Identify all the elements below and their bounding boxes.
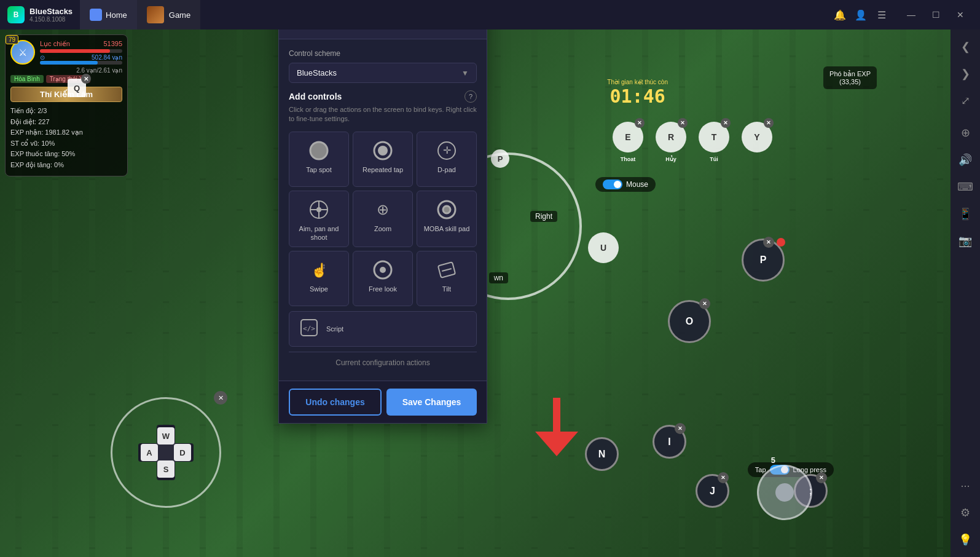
window-controls: — ☐ ✕ [896, 5, 970, 25]
tap-spot-label: Tap spot [306, 165, 332, 174]
swipe-icon: ☝ ↕ [308, 259, 330, 281]
game-avatar [147, 6, 164, 23]
top-bar: B BlueStacks 4.150.8.1008 Home Game 🔔 👤 … [0, 0, 980, 30]
moba-skill-pad-icon [436, 199, 458, 221]
repeated-tap-icon [372, 140, 394, 162]
d-pad-icon: ✛ [436, 140, 458, 162]
control-aim-pan-shoot[interactable]: Aim, pan and shoot [289, 191, 349, 248]
key-w[interactable]: W [157, 427, 174, 444]
free-look-icon [372, 259, 394, 281]
script-icon: </> [299, 318, 319, 340]
svg-point-10 [378, 146, 388, 156]
svg-point-23 [380, 267, 386, 273]
key-a[interactable]: A [141, 444, 158, 461]
add-controls-header: Add controls ? [289, 90, 477, 103]
top-right-icons: 🔔 👤 ☰ — ☐ ✕ [834, 5, 980, 25]
control-free-look[interactable]: Free look [353, 251, 413, 306]
zoom-label: Zoom [374, 224, 391, 233]
mouse-label: Mouse [626, 180, 648, 189]
sidebar-camera-icon[interactable]: 📷 [953, 229, 978, 253]
bluestacks-logo: B BlueStacks 4.150.8.1008 [0, 6, 80, 23]
right-sidebar: ❮ ❯ ⤢ ⊕ 🔊 ⌨ 📱 📷 ··· ⚙ 💡 [951, 30, 980, 557]
svg-text:</>: </> [303, 325, 315, 333]
free-look-label: Free look [369, 285, 397, 293]
wasd-cross: W S A D [138, 425, 194, 480]
save-changes-button[interactable]: Save Changes [386, 389, 477, 416]
wasd-control[interactable]: ✕ W S A D [111, 397, 221, 508]
current-config-section: Current configuration actions [289, 352, 477, 371]
sidebar-brightness-icon[interactable]: 💡 [953, 527, 978, 552]
control-swipe[interactable]: ☝ ↕ Swipe [289, 251, 349, 306]
control-repeated-tap[interactable]: Repeated tap [353, 132, 413, 187]
svg-text:⊕: ⊕ [377, 201, 389, 218]
game-tab-label: Game [169, 10, 190, 20]
sidebar-back-icon[interactable]: ❮ [953, 34, 978, 59]
svg-text:↕: ↕ [322, 262, 326, 271]
control-script[interactable]: </> Script [289, 311, 477, 347]
help-icon[interactable]: ? [465, 90, 477, 103]
q-close[interactable]: ✕ [81, 74, 91, 84]
svg-point-19 [443, 206, 450, 213]
d-pad-label: D-pad [437, 165, 456, 174]
moba-skill-pad-label: MOBA skill pad [424, 224, 470, 233]
swipe-label: Swipe [310, 285, 328, 293]
tab-home[interactable]: Home [80, 0, 137, 30]
home-tab-label: Home [106, 10, 127, 20]
control-tap-spot[interactable]: Tap spot [289, 132, 349, 187]
sidebar-fullscreen-icon[interactable]: ⤢ [953, 89, 978, 113]
sidebar-keyboard-icon[interactable]: ⌨ [953, 175, 978, 199]
control-moba-skill-pad[interactable]: MOBA skill pad [417, 191, 477, 248]
add-controls-title: Add controls [289, 92, 342, 101]
zoom-icon: ⊕ [372, 199, 394, 221]
aim-pan-shoot-label: Aim, pan and shoot [294, 224, 343, 242]
controls-grid: Tap spot Repeated tap ✛ [289, 132, 477, 307]
app-version: 4.150.8.1008 [29, 16, 73, 23]
svg-point-8 [310, 142, 327, 159]
maximize-button[interactable]: ☐ [926, 5, 946, 25]
modal-footer: Undo changes Save Changes [279, 381, 487, 423]
undo-changes-button[interactable]: Undo changes [289, 389, 382, 416]
sidebar-phone-icon[interactable]: 📱 [953, 202, 978, 226]
add-controls-desc: Click or drag the actions on the screen … [289, 105, 477, 124]
script-label: Script [326, 325, 343, 333]
tab-game[interactable]: Game [137, 0, 200, 30]
q-key[interactable]: Q ✕ [68, 79, 86, 97]
person-icon[interactable]: 👤 [855, 9, 867, 21]
sidebar-more-icon[interactable]: ··· [953, 473, 978, 498]
advanced-controls-modal: Advanced game controls ⬇ ⬆ 📁 ✕ Control s… [278, 0, 487, 424]
control-zoom[interactable]: ⊕ Zoom [353, 191, 413, 248]
home-tab-icon [90, 9, 102, 21]
tilt-label: Tilt [442, 285, 451, 293]
control-tilt[interactable]: Tilt [417, 251, 477, 306]
tap-spot-icon [308, 140, 330, 162]
mouse-toggle[interactable]: Mouse [595, 177, 656, 192]
sidebar-crosshair-icon[interactable]: ⊕ [953, 120, 978, 145]
bell-icon[interactable]: 🔔 [834, 9, 846, 21]
control-d-pad[interactable]: ✛ D-pad [417, 132, 477, 187]
close-button[interactable]: ✕ [951, 5, 970, 25]
svg-text:✛: ✛ [443, 145, 451, 156]
dropdown-arrow-icon: ▼ [461, 69, 469, 77]
repeated-tap-label: Repeated tap [363, 165, 403, 174]
control-scheme-label: Control scheme [289, 49, 477, 58]
current-config-label: Current configuration actions [335, 358, 429, 367]
sidebar-settings-icon[interactable]: ⚙ [953, 500, 978, 525]
key-d[interactable]: D [174, 444, 191, 461]
svg-point-16 [316, 207, 321, 212]
wasd-circle: W S A D [111, 397, 221, 508]
menu-icon[interactable]: ☰ [876, 9, 888, 21]
sidebar-volume-icon[interactable]: 🔊 [953, 148, 978, 172]
key-s[interactable]: S [157, 460, 174, 478]
scheme-dropdown[interactable]: BlueStacks ▼ [289, 63, 477, 83]
modal-body: Control scheme BlueStacks ▼ Add controls… [279, 39, 487, 381]
mouse-toggle-switch[interactable] [603, 180, 622, 189]
aim-pan-shoot-icon [308, 199, 330, 221]
app-name: BlueStacks [29, 7, 73, 16]
scheme-value: BlueStacks [297, 68, 337, 77]
tilt-icon [436, 259, 458, 281]
svg-line-25 [442, 269, 451, 271]
logo-icon: B [7, 6, 25, 23]
sidebar-forward-icon[interactable]: ❯ [953, 61, 978, 86]
wasd-close[interactable]: ✕ [214, 391, 227, 405]
minimize-button[interactable]: — [901, 5, 921, 25]
